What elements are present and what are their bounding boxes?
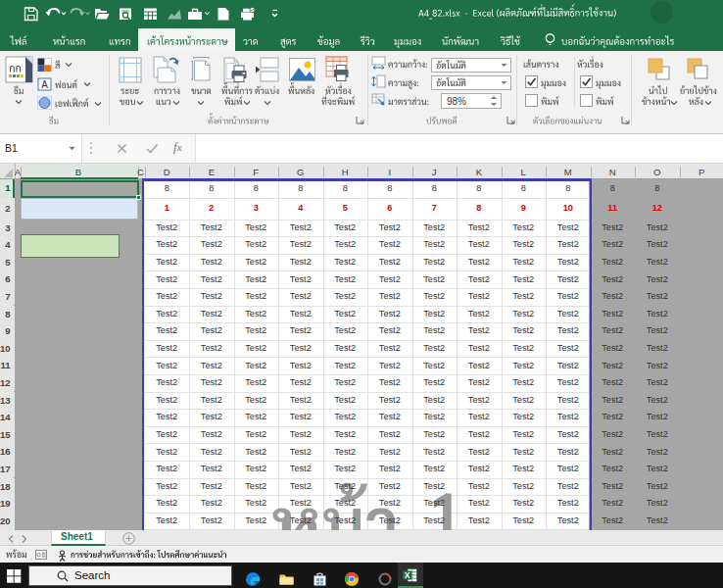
svg-text:X: X xyxy=(405,570,410,580)
svg-text:A: A xyxy=(41,79,48,90)
